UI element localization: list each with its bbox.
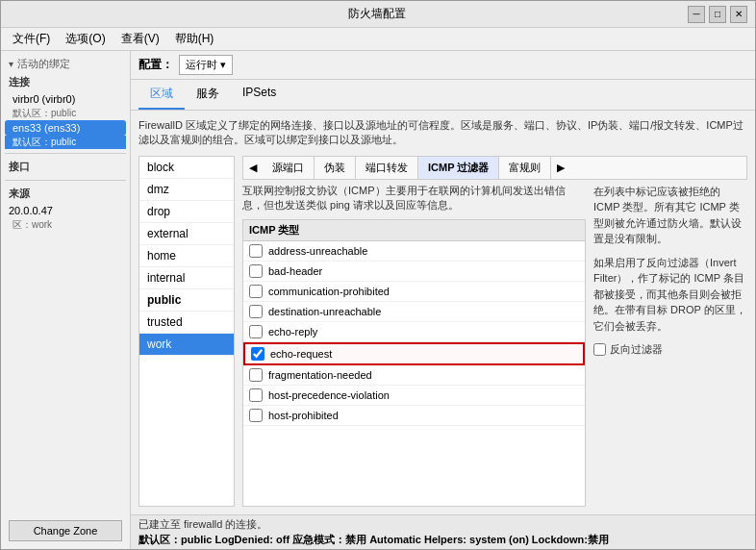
chevron-down-icon: ▾ xyxy=(9,59,13,69)
sidebar-connections-label: 连接 xyxy=(5,73,126,91)
sidebar-connection2[interactable]: ens33 (ens33) xyxy=(5,120,126,136)
config-dropdown[interactable]: 运行时 ▾ xyxy=(179,55,233,75)
sidebar-connection1[interactable]: virbr0 (virbr0) xyxy=(5,91,126,107)
menu-file[interactable]: 文件(F) xyxy=(5,29,58,49)
invert-filter-label: 反向过滤器 xyxy=(610,341,663,358)
sidebar-divider2 xyxy=(5,180,126,181)
icmp-label-fragmentation-needed: fragmentation-needed xyxy=(268,369,372,381)
icmp-label-address-unreachable: address-unreachable xyxy=(268,245,367,257)
zone-internal[interactable]: internal xyxy=(139,267,234,289)
invert-filter-checkbox[interactable] xyxy=(593,343,606,356)
icmp-right-text2: 如果启用了反向过滤器（Invert Filter），作了标记的 ICMP 条目都… xyxy=(593,255,747,335)
sidebar: ▾ 活动的绑定 连接 virbr0 (virbr0) 默认区：public en… xyxy=(1,51,131,549)
menu-help[interactable]: 帮助(H) xyxy=(167,29,222,49)
icmp-label-echo-reply: echo-reply xyxy=(268,326,317,338)
icmp-item-echo-reply: echo-reply xyxy=(243,322,585,342)
icmp-checkbox-bad-header[interactable] xyxy=(249,264,263,278)
icmp-prev-arrow[interactable]: ◀ xyxy=(243,158,263,178)
menubar: 文件(F) 选项(O) 查看(V) 帮助(H) xyxy=(1,28,755,51)
icmp-list: address-unreachable bad-header communica… xyxy=(242,241,586,507)
zone-list: block dmz drop external home internal pu… xyxy=(139,156,235,507)
icmp-checkbox-host-prohibited[interactable] xyxy=(249,409,263,422)
menu-options[interactable]: 选项(O) xyxy=(58,29,113,49)
statusbar: 已建立至 firewalld 的连接。 默认区：public LogDenied… xyxy=(131,514,755,549)
window-title: 防火墙配置 xyxy=(66,6,688,22)
tab-services[interactable]: 服务 xyxy=(185,80,231,110)
icmp-item-communication-prohibited: communication-prohibited xyxy=(243,282,585,302)
icmp-item-host-precedence-violation: host-precedence-violation xyxy=(243,386,585,406)
icmp-checkbox-fragmentation-needed[interactable] xyxy=(249,368,263,382)
zone-dmz[interactable]: dmz xyxy=(139,179,234,201)
tab-zones[interactable]: 区域 xyxy=(139,80,185,110)
tabs-bar: 区域 服务 IPSets xyxy=(131,80,755,111)
icmp-next-arrow[interactable]: ▶ xyxy=(551,158,570,178)
zone-trusted[interactable]: trusted xyxy=(139,312,234,334)
icmp-checkbox-host-precedence-violation[interactable] xyxy=(249,388,263,402)
icmp-toolbar: ◀ 源端口 伪装 端口转发 ICMP 过滤器 富规则 ▶ xyxy=(242,156,747,180)
minimize-button[interactable]: ─ xyxy=(688,6,705,23)
icmp-item-host-prohibited: host-prohibited xyxy=(243,406,585,426)
config-bar: 配置： 运行时 ▾ xyxy=(131,51,755,80)
icmp-right-text1: 在列表中标记应该被拒绝的 ICMP 类型。所有其它 ICMP 类型则被允许通过防… xyxy=(593,184,747,247)
icmp-tab-masquerade[interactable]: 伪装 xyxy=(315,157,356,179)
icmp-tab-icmp-filter[interactable]: ICMP 过滤器 xyxy=(418,157,499,179)
sidebar-source1[interactable]: 20.0.0.47 xyxy=(5,203,126,218)
icmp-checkbox-destination-unreachable[interactable] xyxy=(249,305,263,318)
sidebar-source1-zone: 区：work xyxy=(5,218,126,232)
invert-filter-row: 反向过滤器 xyxy=(593,341,747,358)
sidebar-sources-label: 来源 xyxy=(5,185,126,203)
icmp-main: 互联网控制报文协议（ICMP）主要用于在联网的计算机间发送出错信息，但也发送类似… xyxy=(242,184,747,507)
icmp-tab-rich-rules[interactable]: 富规则 xyxy=(499,157,551,179)
sidebar-active-bindings-header[interactable]: ▾ 活动的绑定 xyxy=(5,55,126,73)
sidebar-divider1 xyxy=(5,153,126,154)
icmp-item-destination-unreachable: destination-unreachable xyxy=(243,302,585,322)
statusbar-line1: 已建立至 firewalld 的连接。 xyxy=(139,517,747,532)
tab-ipsets[interactable]: IPSets xyxy=(231,80,288,110)
icmp-right: 在列表中标记应该被拒绝的 ICMP 类型。所有其它 ICMP 类型则被允许通过防… xyxy=(593,184,747,507)
icmp-checkbox-echo-request[interactable] xyxy=(251,347,265,361)
zone-block[interactable]: block xyxy=(139,157,234,179)
change-zone-button[interactable]: Change Zone xyxy=(9,520,122,541)
sidebar-spacer xyxy=(1,236,130,512)
close-button[interactable]: ✕ xyxy=(730,6,747,23)
zones-and-icmp: block dmz drop external home internal pu… xyxy=(139,156,747,507)
zone-home[interactable]: home xyxy=(139,245,234,267)
icmp-tab-port-forward[interactable]: 端口转发 xyxy=(356,157,418,179)
icmp-description: 互联网控制报文协议（ICMP）主要用于在联网的计算机间发送出错信息，但也发送类似… xyxy=(242,184,586,213)
right-panel: 配置： 运行时 ▾ 区域 服务 IPSets FirewallD 区域定义了绑定… xyxy=(131,51,755,549)
content-area: FirewallD 区域定义了绑定的网络连接、接口以及源地址的可信程度。区域是服… xyxy=(131,111,755,514)
icmp-label-echo-request: echo-request xyxy=(270,348,332,360)
statusbar-line2: 默认区：public LogDenied: off 应急模式：禁用 Automa… xyxy=(139,533,747,547)
zone-drop[interactable]: drop xyxy=(139,201,234,223)
icmp-label-host-prohibited: host-prohibited xyxy=(268,410,339,421)
menu-view[interactable]: 查看(V) xyxy=(113,29,167,49)
sidebar-connection2-zone: 默认区：public xyxy=(5,136,126,149)
sidebar-interfaces-label: 接口 xyxy=(5,158,126,176)
icmp-item-echo-request: echo-request xyxy=(243,342,585,365)
sidebar-active-bindings: ▾ 活动的绑定 连接 virbr0 (virbr0) 默认区：public en… xyxy=(1,51,130,236)
icmp-item-address-unreachable: address-unreachable xyxy=(243,241,585,262)
icmp-panel: ◀ 源端口 伪装 端口转发 ICMP 过滤器 富规则 ▶ 互联网控制报文协议（I… xyxy=(242,156,747,507)
zone-public[interactable]: public xyxy=(139,289,234,312)
icmp-left: 互联网控制报文协议（ICMP）主要用于在联网的计算机间发送出错信息，但也发送类似… xyxy=(242,184,586,507)
sidebar-active-bindings-label: 活动的绑定 xyxy=(17,57,70,71)
window-controls: ─ □ ✕ xyxy=(688,6,747,23)
main-content: ▾ 活动的绑定 连接 virbr0 (virbr0) 默认区：public en… xyxy=(1,51,755,549)
sidebar-connection1-zone: 默认区：public xyxy=(5,107,126,120)
icmp-label-communication-prohibited: communication-prohibited xyxy=(268,286,390,297)
icmp-item-fragmentation-needed: fragmentation-needed xyxy=(243,365,585,386)
maximize-button[interactable]: □ xyxy=(709,6,726,23)
titlebar: 防火墙配置 ─ □ ✕ xyxy=(1,1,755,28)
icmp-tab-source-port[interactable]: 源端口 xyxy=(263,157,315,179)
zone-external[interactable]: external xyxy=(139,223,234,245)
icmp-checkbox-communication-prohibited[interactable] xyxy=(249,285,263,298)
icmp-label-host-precedence-violation: host-precedence-violation xyxy=(268,389,390,401)
icmp-label-bad-header: bad-header xyxy=(268,265,322,277)
icmp-table-header: ICMP 类型 xyxy=(242,219,586,241)
config-label: 配置： xyxy=(139,57,173,73)
icmp-checkbox-address-unreachable[interactable] xyxy=(249,244,263,258)
zones-description: FirewallD 区域定义了绑定的网络连接、接口以及源地址的可信程度。区域是服… xyxy=(139,118,747,148)
zone-work[interactable]: work xyxy=(139,334,234,356)
main-window: 防火墙配置 ─ □ ✕ 文件(F) 选项(O) 查看(V) 帮助(H) ▾ 活动… xyxy=(0,0,756,550)
icmp-checkbox-echo-reply[interactable] xyxy=(249,325,263,338)
